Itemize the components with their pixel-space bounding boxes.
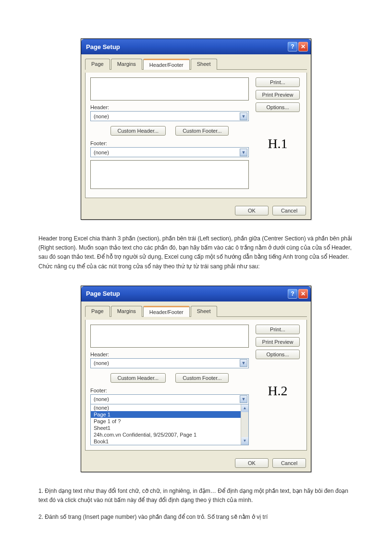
figure-label-h1: H.1 [268,136,287,151]
footer-option[interactable]: Sheet1 [91,425,248,431]
dialog-title: Page Setup [86,43,120,50]
footer-combo-value: (none) [94,150,109,155]
print-preview-button[interactable]: Print Preview [256,90,300,100]
header-label: Header: [90,104,249,110]
footer-combo-value: (none) [94,396,109,402]
paragraph-1: Header trong Excel chia thành 3 phần (se… [38,234,354,271]
tab-strip: Page Margins Header/Footer Sheet [85,58,307,70]
page-setup-dialog: Page Setup ? ✕ Page Margins Header/Foote… [81,38,311,220]
tab-sheet[interactable]: Sheet [191,306,217,317]
header-combo[interactable]: (none) ▼ [90,111,249,121]
header-label: Header: [90,352,249,357]
print-preview-button[interactable]: Print Preview [256,337,300,347]
help-icon[interactable]: ? [288,289,297,299]
help-icon[interactable]: ? [288,42,297,51]
header-preview [90,77,249,100]
print-button[interactable]: Print... [256,77,300,87]
scroll-up-icon[interactable]: ▲ [241,404,248,412]
tab-sheet[interactable]: Sheet [191,59,217,70]
print-button[interactable]: Print... [256,325,300,334]
header-combo[interactable]: (none) ▼ [90,358,249,368]
tab-strip: Page Margins Header/Footer Sheet [85,305,307,317]
custom-header-button[interactable]: Custom Header... [110,373,166,383]
close-icon[interactable]: ✕ [298,289,308,299]
options-button[interactable]: Options... [256,102,300,112]
page-setup-dialog-2: Page Setup ? ✕ Page Margins Header/Foote… [81,286,311,472]
header-preview [90,325,249,348]
titlebar: Page Setup ? ✕ [81,39,311,54]
figure-label-h2: H.2 [268,383,287,399]
footer-option[interactable]: Page 1 of ? [91,418,248,425]
chevron-down-icon: ▼ [240,359,247,367]
footer-option[interactable]: Book1 [91,438,248,445]
tab-header-footer[interactable]: Header/Footer [143,59,190,70]
figure-h1: Page Setup ? ✕ Page Margins Header/Foote… [29,38,363,220]
footer-label: Footer: [90,388,249,393]
cancel-button[interactable]: Cancel [272,458,306,468]
dialog-title: Page Setup [86,290,120,297]
titlebar: Page Setup ? ✕ [81,286,311,301]
options-button[interactable]: Options... [256,350,300,359]
footer-label: Footer: [90,140,249,146]
footer-preview [90,160,249,189]
chevron-down-icon: ▼ [240,113,247,120]
scrollbar[interactable]: ▲ ▼ [241,404,248,445]
cancel-button[interactable]: Cancel [272,206,306,215]
footer-option[interactable]: 24h.com.vn Confidential, 9/25/2007, Page… [91,431,248,438]
tab-margins[interactable]: Margins [111,306,142,317]
footer-option[interactable]: (none) [91,404,248,411]
chevron-down-icon: ▼ [240,149,247,156]
tab-page[interactable]: Page [85,59,110,70]
footer-combo-open[interactable]: (none) ▼ [90,394,249,404]
custom-footer-button[interactable]: Custom Footer... [175,126,229,136]
custom-footer-button[interactable]: Custom Footer... [175,373,229,383]
header-combo-value: (none) [94,360,109,366]
footer-option-selected[interactable]: Page 1 [91,411,248,418]
tab-margins[interactable]: Margins [111,59,142,70]
footer-combo[interactable]: (none) ▼ [90,147,249,157]
header-combo-value: (none) [94,113,109,119]
tab-page[interactable]: Page [85,306,110,317]
footer-dropdown-list[interactable]: (none) Page 1 Page 1 of ? Sheet1 24h.com… [90,404,249,445]
paragraph-3: 2. Đánh số trang (Insert page number) và… [38,513,354,522]
chevron-down-icon: ▼ [240,395,247,403]
tab-header-footer[interactable]: Header/Footer [143,306,190,317]
custom-header-button[interactable]: Custom Header... [110,126,166,136]
figure-h2: Page Setup ? ✕ Page Margins Header/Foote… [29,286,363,472]
ok-button[interactable]: OK [235,206,269,215]
paragraph-2: 1. Định dạng text như thay đổi font chữ,… [38,487,354,505]
scroll-down-icon[interactable]: ▼ [241,437,248,445]
close-icon[interactable]: ✕ [298,42,308,51]
ok-button[interactable]: OK [235,458,269,468]
